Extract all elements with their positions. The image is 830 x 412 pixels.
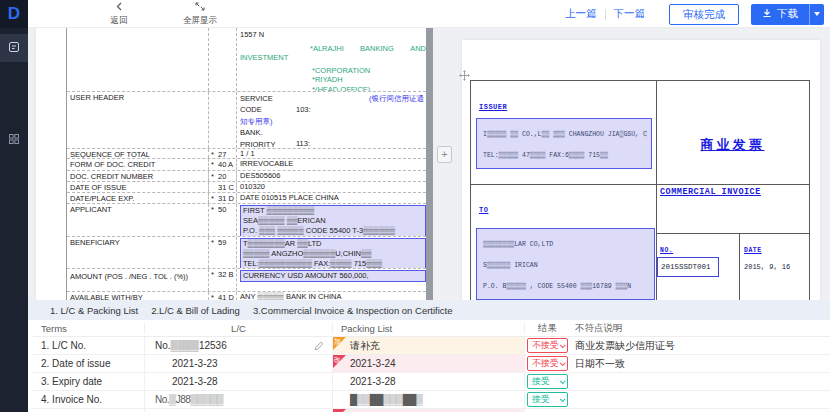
swift-row-value: 1 / 1 xyxy=(237,149,426,158)
lc-value-cell: 2021-3-28 xyxy=(145,373,333,390)
comparison-row-date-of-issue: 2. Date of issue 2021-3-23 改 2021-3-24 不… xyxy=(33,355,830,373)
swift-row-value: DES505606 xyxy=(237,171,426,181)
swift-header-ref: 1557 N xyxy=(240,30,426,40)
header-terms: Terms xyxy=(33,323,145,334)
comparison-row-expiry-date: 3. Expiry date 2021-3-28 2021-3-28 接受 xyxy=(33,373,830,391)
swift-row-label: BENEFICIARY xyxy=(67,237,209,268)
header-packing-list: Packing List xyxy=(333,323,525,334)
chevron-down-icon xyxy=(560,360,566,366)
comparison-row-invoice-no: 4. Invoice No. No.▒J88▒▒▒▒▒ █▒▒██▒▒▒██▒ … xyxy=(33,391,830,409)
swift-row-value: DATE 010515 PLACE CHINA xyxy=(237,193,426,203)
lc-document-page[interactable]: 1557 N *ALRAJHIBANKINGAND INVESTMENT *CO… xyxy=(36,28,426,300)
issuer-field-highlight[interactable]: I▒▒▒▒▒ ▒▒ CO.,L▒▒ ▒▒▒ CHANGZHOU JIA▒GSU,… xyxy=(476,118,652,169)
sidebar-item-document[interactable] xyxy=(0,34,28,62)
download-button[interactable]: 下载 xyxy=(751,4,809,25)
to-field-highlight[interactable]: ▒▒▒▒▒▒▒▒LAR CO,LTD S▒▒▒▒▒▒ IRICAN P.O. B… xyxy=(476,228,655,300)
header-discrepancy-note: 不符点说明 xyxy=(570,322,830,335)
download-label: 下载 xyxy=(777,7,798,21)
amount-field-highlight[interactable]: CURRENCY USD AMOUNT 560,000, xyxy=(240,270,426,282)
caret-down-icon xyxy=(814,12,820,16)
beneficiary-field-highlight[interactable]: T▒▒▒▒▒▒▒AR ▒▒LTD ▒▒▒▒▒ ANGZHO▒▒▒▒▒▒U,CHI… xyxy=(240,238,426,268)
swift-row-label: DATE/PLACE EXP. xyxy=(67,193,209,203)
prev-article-link[interactable]: 上一篇 xyxy=(565,7,597,21)
swift-row-label: AVAILABLE WITH/BY xyxy=(67,292,209,300)
back-label: 返回 xyxy=(111,15,128,26)
discrepancy-note-cell[interactable]: 商业发票缺少信用证号 xyxy=(570,337,830,354)
top-toolbar: D 返回 全屏显示 上一篇 下一篇 审核完成 下载 xyxy=(0,0,830,28)
invoice-title-cn: 商业发票 xyxy=(656,136,809,154)
swift-row-label: DOC. CREDIT NUMBER xyxy=(67,171,209,181)
tab-ci-inspection-certificate[interactable]: 3.Commercial Invoice & Inspection on Cer… xyxy=(253,305,453,316)
back-button[interactable]: 返回 xyxy=(104,2,134,26)
fullscreen-button[interactable]: 全屏显示 xyxy=(178,2,222,26)
invoice-table: ISSUER I▒▒▒▒▒ ▒▒ CO.,L▒▒ ▒▒▒ CHANGZHOU J… xyxy=(470,80,810,300)
comparison-panel: 1. L/C & Packing List 2.L/C & Bill of La… xyxy=(28,300,830,412)
badge-add-icon: 加 xyxy=(333,337,346,350)
swift-row-value: 010320 xyxy=(237,182,426,192)
chevron-down-icon xyxy=(560,342,566,348)
fullscreen-label: 全屏显示 xyxy=(183,15,217,26)
packing-value-cell: 改 2021-3-24 xyxy=(333,355,525,372)
packing-value-cell: 2021-3-28 xyxy=(333,373,525,390)
fullscreen-icon xyxy=(195,2,205,15)
invoice-document-page[interactable]: ISSUER I▒▒▒▒▒ ▒▒ CO.,L▒▒ ▒▒▒ CHANGZHOU J… xyxy=(462,40,820,300)
sidebar-item-grid[interactable] xyxy=(0,126,28,154)
next-article-link[interactable]: 下一篇 xyxy=(614,7,646,21)
swift-row-label: DATE OF ISSUE xyxy=(67,182,209,192)
badge-modify-icon: 改 xyxy=(333,355,346,368)
comparison-row-lc-no: 1. L/C No. No.▒▒▒▒12536 加 请补充 不接受 商业发票缺少… xyxy=(33,337,830,355)
invoice-date-label: DATE xyxy=(744,247,762,254)
to-label: TO xyxy=(479,206,488,214)
invoice-no-label: NO. xyxy=(660,247,673,254)
chevron-down-icon xyxy=(560,378,566,384)
swift-row-label: APPLICANT xyxy=(67,204,209,236)
chevron-down-icon xyxy=(560,396,566,402)
swift-row-label: FORM OF DOC. CREDIT xyxy=(67,159,209,170)
result-select[interactable]: 接受 xyxy=(527,374,568,389)
document-scrollbar[interactable] xyxy=(426,28,433,300)
result-select[interactable]: 接受 xyxy=(527,392,568,407)
discrepancy-note-cell[interactable] xyxy=(570,391,830,408)
swift-row-value: ANY ▒▒▒▒▒ BANK IN CHINA xyxy=(237,292,426,300)
swift-row-label: USER HEADER xyxy=(67,92,209,148)
swift-message-table: 1557 N *ALRAJHIBANKINGAND INVESTMENT *CO… xyxy=(66,28,426,300)
swift-row-label: AMOUNT (POS . /NEG . TOL . (%)) xyxy=(67,269,209,291)
comparison-header-row: Terms L/C Packing List 结果 不符点说明 xyxy=(33,320,830,337)
swift-bank-name: *ALRAJHIBANKINGAND xyxy=(310,44,426,54)
term-cell: 4. Invoice No. xyxy=(33,391,145,408)
zoom-in-button[interactable]: + xyxy=(437,146,452,163)
bank-seal-note: (银行间信用证通 xyxy=(369,93,424,116)
term-cell: 3. Expiry date xyxy=(33,373,145,390)
move-handle-icon[interactable] xyxy=(458,68,471,86)
swift-bank-name-2: INVESTMENT xyxy=(240,53,426,63)
header-result: 结果 xyxy=(525,322,570,335)
review-complete-button[interactable]: 审核完成 xyxy=(669,4,739,25)
grid-icon xyxy=(8,131,20,149)
lc-value-cell: No.▒▒▒▒12536 xyxy=(145,337,333,354)
back-chevron-icon xyxy=(115,2,124,15)
swift-user-header-value: SERVICE CODE103: (银行间信用证通 知专用章) BANK. PR… xyxy=(237,92,426,148)
download-split-button: 下载 xyxy=(751,4,824,25)
swift-row-value: IRREVOCABLE xyxy=(237,159,426,170)
left-sidebar xyxy=(0,28,28,412)
applicant-field-highlight[interactable]: FIRST ▒▒▒▒▒▒▒▒▒ SEA▒▒▒▒▒ ▒▒ERICAN P.O. ▒… xyxy=(240,205,426,236)
invoice-divider xyxy=(656,233,809,234)
term-cell: 2. Date of issue xyxy=(33,355,145,372)
download-icon xyxy=(762,8,772,20)
lc-value-cell: No.▒J88▒▒▒▒▒ xyxy=(145,391,333,408)
discrepancy-note-cell[interactable] xyxy=(570,373,830,390)
packing-value-cell: █▒▒██▒▒▒██▒ xyxy=(333,391,525,408)
invoice-no-value: 2015SSDT001 xyxy=(661,263,711,271)
edit-icon[interactable] xyxy=(314,341,324,353)
discrepancy-note-cell[interactable]: 日期不一致 xyxy=(570,355,830,372)
download-dropdown-button[interactable] xyxy=(809,4,824,25)
invoice-divider xyxy=(739,233,740,300)
link-divider xyxy=(605,9,606,20)
app-logo: D xyxy=(0,0,28,28)
tab-lc-bill-of-lading[interactable]: 2.L/C & Bill of Lading xyxy=(151,305,240,316)
header-lc: L/C xyxy=(145,323,333,334)
result-select[interactable]: 不接受 xyxy=(527,356,568,371)
invoice-title-en: COMMERCIAL INVOICE xyxy=(660,187,761,197)
result-select[interactable]: 不接受 xyxy=(527,338,568,353)
tab-lc-packing-list[interactable]: 1. L/C & Packing List xyxy=(50,305,138,316)
